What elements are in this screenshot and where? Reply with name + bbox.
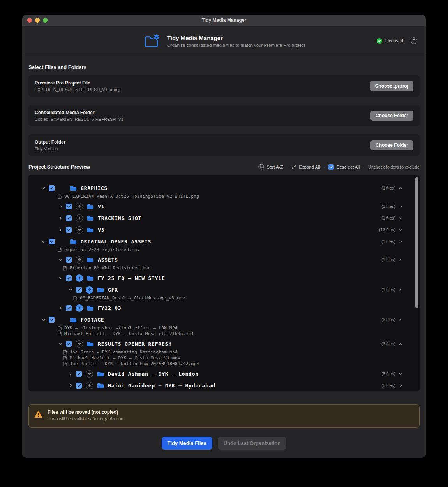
app-header: Tidy Media Manager Organise consolidated…: [22, 26, 426, 56]
file-count: (1 files): [381, 186, 395, 190]
folder-checkbox[interactable]: [66, 275, 72, 281]
arrow-spacer: [58, 316, 66, 323]
chevron-right-icon[interactable]: [68, 371, 73, 376]
app-subtitle: Organise consolidated media files to mat…: [167, 43, 305, 47]
collapse-icon[interactable]: [399, 288, 403, 292]
expand-icon[interactable]: [399, 383, 403, 388]
minimize-button[interactable]: [35, 18, 40, 23]
warning-icon: [34, 411, 42, 418]
move-up-icon[interactable]: [76, 226, 83, 234]
select-section-heading: Select Files and Folders: [28, 64, 420, 70]
undo-last-organization-button[interactable]: Undo Last Organization: [218, 437, 287, 450]
folder-icon: [87, 215, 94, 221]
tree: GRAPHICS(1 files)00_EXPERIAN_ResGFX_Oct2…: [28, 175, 420, 391]
sort-az-label: Sort A-Z: [266, 165, 283, 169]
expand-all-button[interactable]: Expand All: [291, 164, 320, 169]
collapse-icon[interactable]: [399, 186, 403, 190]
window-title: Tidy Media Manager: [202, 18, 246, 23]
output-folder-value: Tidy Version: [35, 146, 65, 151]
expand-icon[interactable]: [399, 372, 403, 376]
tree-file-row: Joe Green — DYK commuting Nottingham.mp4: [28, 349, 420, 355]
tree-folder-row: ORIGINAL OPNER ASSETS(1 files): [28, 237, 403, 246]
move-up-icon[interactable]: [76, 256, 83, 264]
project-structure-tree-panel: GRAPHICS(1 files)00_EXPERIAN_ResGFX_Oct2…: [28, 175, 420, 391]
deselect-all-checkbox[interactable]: [328, 164, 334, 170]
folder-label: FY22 Q3: [98, 305, 121, 311]
file-icon: [63, 266, 67, 271]
move-up-icon[interactable]: [76, 203, 83, 210]
move-up-icon[interactable]: [76, 214, 83, 222]
chevron-down-icon[interactable]: [58, 341, 63, 346]
move-up-icon[interactable]: [86, 382, 93, 389]
folder-checkbox[interactable]: [66, 204, 72, 209]
choose-media-folder-button[interactable]: Choose Folder: [370, 111, 413, 121]
chevron-down-icon[interactable]: [58, 257, 63, 262]
folder-checkbox[interactable]: [76, 383, 82, 389]
folder-checkbox[interactable]: [66, 227, 72, 233]
folder-checkbox[interactable]: [66, 305, 72, 311]
file-name: Joe Green — DYK commuting Nottingham.mp4: [70, 350, 178, 355]
collapse-icon[interactable]: [399, 342, 403, 346]
choose-output-folder-button[interactable]: Choose Folder: [370, 140, 413, 150]
move-up-icon[interactable]: [86, 370, 93, 378]
chevron-down-icon[interactable]: [58, 276, 63, 280]
tidy-media-files-button[interactable]: Tidy Media Files: [162, 437, 212, 450]
folder-label: V1: [98, 204, 104, 209]
folder-checkbox[interactable]: [49, 185, 55, 191]
app-title: Tidy Media Manager: [167, 35, 305, 41]
folder-checkbox[interactable]: [49, 239, 55, 244]
chevron-down-icon[interactable]: [41, 186, 46, 190]
tree-folder-row: V1(1 files): [28, 202, 403, 211]
chevron-right-icon[interactable]: [68, 383, 73, 388]
folder-checkbox[interactable]: [76, 371, 82, 377]
folder-icon: [87, 227, 94, 233]
expand-icon[interactable]: [399, 216, 403, 220]
folder-label: FY 25 FQ — NEW STYLE: [98, 275, 165, 281]
chevron-right-icon[interactable]: [58, 306, 63, 310]
expand-icon[interactable]: [399, 204, 403, 209]
chevron-down-icon[interactable]: [41, 317, 46, 322]
tree-folder-row: FOOTAGE(2 files): [28, 315, 403, 324]
move-up-icon[interactable]: [76, 304, 83, 312]
chevron-right-icon[interactable]: [58, 216, 63, 220]
folder-icon: [87, 275, 94, 281]
folder-checkbox[interactable]: [66, 341, 72, 347]
exclude-hint: Uncheck folders to exclude: [368, 165, 420, 169]
folder-checkbox[interactable]: [76, 287, 82, 293]
file-icon: [58, 194, 62, 199]
folder-icon: [87, 341, 94, 347]
folder-checkbox[interactable]: [66, 257, 72, 263]
scrollbar-thumb[interactable]: [415, 177, 418, 308]
choose-prproj-button[interactable]: Choose .prproj: [370, 81, 413, 91]
project-file-title: Premiere Pro Project File: [35, 80, 120, 86]
move-up-icon[interactable]: [76, 340, 83, 348]
collapse-icon[interactable]: [399, 258, 403, 262]
zoom-button[interactable]: [43, 18, 48, 23]
expand-icon[interactable]: [399, 228, 403, 232]
close-button[interactable]: [27, 18, 32, 23]
chevron-down-icon[interactable]: [68, 287, 73, 292]
help-icon[interactable]: ?: [411, 37, 417, 44]
sort-az-button[interactable]: Sort A-Z: [258, 164, 283, 170]
folder-icon: [70, 185, 77, 191]
folder-checkbox[interactable]: [49, 317, 55, 323]
tree-file-row: Michael Hazlett — DYK — Costa Mesa V1.mo…: [28, 355, 420, 361]
file-count: (13 files): [379, 227, 395, 232]
chevron-down-icon[interactable]: [41, 239, 46, 244]
app-window: Tidy Media Manager Tidy Media Manager Or…: [22, 15, 426, 458]
chevron-right-icon[interactable]: [58, 227, 63, 232]
folder-label: ASSETS: [98, 257, 118, 263]
arrow-spacer: [58, 185, 66, 192]
folder-checkbox[interactable]: [66, 215, 72, 221]
sort-icon: [258, 164, 264, 170]
collapse-icon[interactable]: [399, 239, 403, 244]
move-up-icon[interactable]: [86, 286, 93, 294]
collapse-icon[interactable]: [399, 318, 403, 322]
move-up-icon[interactable]: [76, 274, 83, 282]
chevron-right-icon[interactable]: [58, 204, 63, 209]
tree-folder-row: RESULTS OPENER REFRESH(3 files): [28, 339, 403, 348]
licensed-badge-icon: [376, 38, 383, 44]
deselect-all-control[interactable]: Deselect All: [328, 164, 360, 170]
preview-header: Project Structure Preview Sort A-Z · Exp…: [28, 164, 420, 170]
folder-label: GRAPHICS: [81, 185, 108, 191]
